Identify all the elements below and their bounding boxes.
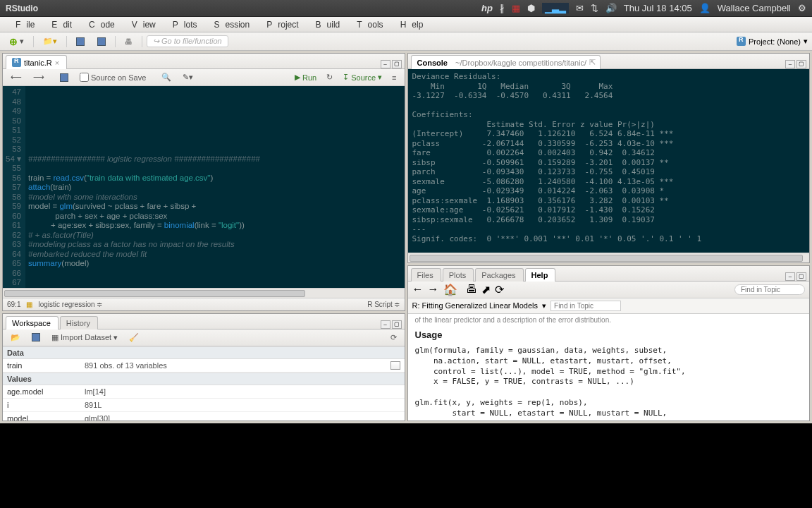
print-button[interactable]: 🖶 xyxy=(120,35,137,48)
menu-help[interactable]: Help xyxy=(389,20,429,30)
console-output[interactable]: Deviance Residuals: Min 1Q Median 3Q Max… xyxy=(408,69,810,253)
help-refresh-icon[interactable]: ⟳ xyxy=(495,283,504,296)
hp-icon: hp xyxy=(481,3,493,13)
menu-plots[interactable]: Plots xyxy=(161,20,203,30)
find-icon[interactable]: 🔍 xyxy=(158,72,175,83)
menu-project[interactable]: Project xyxy=(255,20,304,30)
minimize-pane-icon[interactable]: – xyxy=(381,320,390,329)
refresh-ws-icon[interactable]: ⟳ xyxy=(387,332,400,343)
gear-icon[interactable]: ⚙ xyxy=(798,3,806,13)
open-button[interactable]: 📁▾ xyxy=(38,35,62,48)
tab-help[interactable]: Help xyxy=(525,268,556,282)
workspace-tabs: Workspace History – ▢ xyxy=(3,314,405,329)
help-print-icon[interactable]: 🖶 xyxy=(466,283,477,296)
load-icon[interactable]: 📂 xyxy=(7,332,24,343)
maximize-pane-icon[interactable]: ▢ xyxy=(796,60,806,68)
minimize-pane-icon[interactable]: – xyxy=(785,60,795,68)
import-dataset-button[interactable]: ▦ Import Dataset▾ xyxy=(48,332,121,343)
tab-packages[interactable]: Packages xyxy=(475,268,523,282)
help-content[interactable]: of the linear predictor and a descriptio… xyxy=(408,314,810,421)
workspace-toolbar: 📂 ▦ Import Dataset▾ 🧹 ⟳ xyxy=(3,329,405,346)
menu-session[interactable]: Session xyxy=(203,20,256,30)
clear-ws-icon[interactable]: 🧹 xyxy=(125,332,142,343)
tab-console[interactable]: Console ~/Dropbox/kaggle competitions/ti… xyxy=(411,55,601,69)
minimize-pane-icon[interactable]: – xyxy=(381,60,390,68)
run-button[interactable]: ▶ Run xyxy=(291,72,320,83)
section-name[interactable]: logistic regression xyxy=(38,301,94,308)
bluetooth-icon[interactable]: ∦ xyxy=(500,3,505,13)
tab-files[interactable]: Files xyxy=(411,268,441,282)
network-icon[interactable]: ⇅ xyxy=(591,3,598,13)
indicator-icon[interactable]: ▦ xyxy=(512,3,520,13)
help-usage-heading: Usage xyxy=(415,329,803,341)
forward-icon[interactable]: ⟶ xyxy=(30,72,48,83)
source-on-save-checkbox[interactable]: Source on Save xyxy=(76,72,149,83)
tab-history[interactable]: History xyxy=(60,316,98,329)
project-menu[interactable]: Project: (None) xyxy=(749,37,801,46)
app-title: RStudio xyxy=(6,4,38,13)
ws-section-data: Data xyxy=(3,346,405,359)
help-usage-code: glm(formula, family = gaussian, data, we… xyxy=(415,346,803,421)
help-popup-icon[interactable]: ⬈ xyxy=(481,283,491,296)
wand-icon[interactable]: ✎▾ xyxy=(179,72,197,83)
close-tab-icon[interactable]: × xyxy=(55,59,59,67)
user-icon[interactable]: 👤 xyxy=(699,3,710,13)
cursor-position: 69:1 xyxy=(7,301,20,308)
menu-view[interactable]: View xyxy=(121,20,161,30)
dropbox-icon[interactable]: ⬢ xyxy=(527,3,535,13)
help-tabs: Files Plots Packages Help – ▢ xyxy=(408,266,810,282)
goto-file-input[interactable]: ↪ Go to file/function xyxy=(147,35,228,47)
menu-code[interactable]: Code xyxy=(78,20,121,30)
graph-icon[interactable]: ▁▃▂ xyxy=(542,3,569,13)
topic-dropdown-icon[interactable]: ▾ xyxy=(542,301,546,310)
menu-file[interactable]: File xyxy=(4,20,40,30)
clock[interactable]: Thu Jul 18 14:05 xyxy=(624,3,692,13)
user-name[interactable]: Wallace Campbell xyxy=(718,3,791,13)
main-toolbar: ⊕▾ 📁▾ 🖶 ↪ Go to file/function Project: (… xyxy=(0,32,812,51)
tab-plots[interactable]: Plots xyxy=(443,268,474,282)
console-popup-icon[interactable]: ⇱ xyxy=(589,58,596,67)
ws-row[interactable]: age.modellm[14] xyxy=(3,385,405,399)
ws-row[interactable]: i891L xyxy=(3,399,405,412)
help-forward-icon[interactable]: → xyxy=(428,283,439,296)
maximize-pane-icon[interactable]: ▢ xyxy=(392,60,402,68)
save-source-button[interactable] xyxy=(56,73,72,83)
save-all-button[interactable] xyxy=(92,35,111,48)
outline-icon[interactable]: ≡ xyxy=(388,72,400,83)
source-pane: titanic.R × – ▢ ⟵ ⟶ Source on Save 🔍 xyxy=(2,53,405,311)
maximize-pane-icon[interactable]: ▢ xyxy=(392,320,402,329)
help-search-input[interactable] xyxy=(734,284,805,295)
menu-tools[interactable]: Tools xyxy=(345,20,388,30)
back-icon[interactable]: ⟵ xyxy=(7,72,25,83)
project-dropdown-icon[interactable]: ▾ xyxy=(804,37,808,46)
ws-section-values: Values xyxy=(3,373,405,385)
help-back-icon[interactable]: ← xyxy=(412,283,424,296)
source-button[interactable]: ↧ Source ▾ xyxy=(339,72,386,83)
ws-row[interactable]: modelglm[30] xyxy=(3,412,405,421)
tab-titanic[interactable]: titanic.R × xyxy=(6,55,67,69)
volume-icon[interactable]: 🔊 xyxy=(605,3,617,13)
maximize-pane-icon[interactable]: ▢ xyxy=(796,272,806,281)
minimize-pane-icon[interactable]: – xyxy=(785,272,795,281)
save-button[interactable] xyxy=(71,35,90,48)
file-type: R Script xyxy=(367,301,393,308)
mail-icon[interactable]: ✉ xyxy=(576,3,584,13)
source-tabs: titanic.R × – ▢ xyxy=(3,54,405,69)
help-truncated-line: of the linear predictor and a descriptio… xyxy=(415,315,803,325)
find-in-topic-input[interactable] xyxy=(550,301,621,311)
ws-row[interactable]: train891 obs. of 13 variables xyxy=(3,359,405,373)
menu-bar: FileEditCodeViewPlotsSessionProjectBuild… xyxy=(0,17,812,32)
grid-icon[interactable] xyxy=(390,361,400,370)
code-editor[interactable]: 47 48 49 50 51 52 53 54 ▾55 56 57 58 59 … xyxy=(3,86,405,288)
system-tray[interactable]: hp ∦ ▦ ⬢ ▁▃▂ ✉ ⇅ 🔊 Thu Jul 18 14:05 👤 Wa… xyxy=(481,3,806,13)
editor-h-scrollbar[interactable] xyxy=(3,288,405,298)
menu-edit[interactable]: Edit xyxy=(40,20,78,30)
console-h-scrollbar[interactable] xyxy=(408,253,810,262)
system-bar: RStudio hp ∦ ▦ ⬢ ▁▃▂ ✉ ⇅ 🔊 Thu Jul 18 14… xyxy=(0,0,812,17)
save-ws-icon[interactable] xyxy=(28,332,44,342)
help-home-icon[interactable]: 🏠 xyxy=(443,283,457,296)
tab-workspace[interactable]: Workspace xyxy=(6,316,59,329)
rerun-button[interactable]: ↻ xyxy=(323,72,336,83)
new-file-button[interactable]: ⊕▾ xyxy=(4,34,29,49)
menu-build[interactable]: Build xyxy=(304,20,346,30)
